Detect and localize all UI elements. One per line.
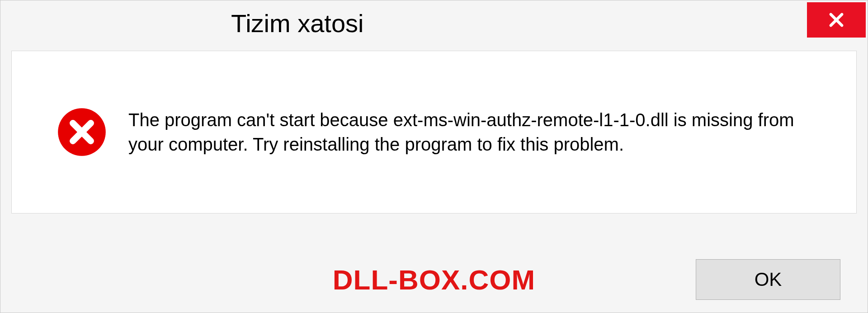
content-area: The program can't start because ext-ms-w… — [0, 38, 868, 248]
message-box: The program can't start because ext-ms-w… — [11, 51, 857, 213]
close-icon — [827, 10, 846, 29]
dialog-title: Tizim xatosi — [0, 0, 364, 38]
error-message: The program can't start because ext-ms-w… — [128, 108, 816, 156]
ok-button[interactable]: OK — [696, 259, 840, 300]
error-icon — [57, 107, 107, 157]
dialog-footer: DLL-BOX.COM OK — [0, 248, 868, 313]
titlebar: Tizim xatosi — [0, 0, 868, 38]
watermark-text: DLL-BOX.COM — [333, 264, 535, 296]
close-button[interactable] — [807, 2, 866, 38]
error-dialog: Tizim xatosi The program can't start bec… — [0, 0, 868, 313]
